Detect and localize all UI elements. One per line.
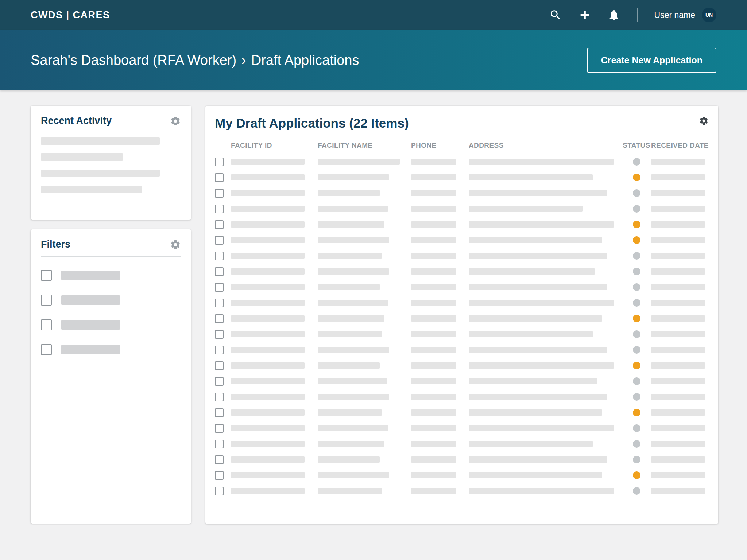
application-row[interactable] — [215, 232, 709, 248]
filter-checkbox[interactable] — [41, 270, 52, 281]
facility-name-placeholder — [318, 284, 380, 290]
received-date-placeholder — [651, 159, 705, 165]
application-row[interactable] — [215, 342, 709, 358]
row-checkbox[interactable] — [215, 314, 224, 323]
row-checkbox[interactable] — [215, 377, 224, 386]
address-placeholder — [469, 268, 595, 275]
status-dot-default — [633, 268, 640, 275]
application-row[interactable] — [215, 295, 709, 311]
facility-name-placeholder — [318, 331, 382, 337]
row-checkbox[interactable] — [215, 158, 224, 166]
row-checkbox[interactable] — [215, 471, 224, 480]
gear-icon — [170, 116, 181, 127]
filter-label-placeholder — [61, 271, 120, 280]
plus-icon — [578, 9, 591, 21]
recent-activity-title: Recent Activity — [41, 115, 112, 127]
add-button[interactable] — [578, 9, 591, 21]
user-name-label: User name — [654, 10, 695, 20]
application-row[interactable] — [215, 452, 709, 467]
application-row[interactable] — [215, 389, 709, 405]
row-checkbox[interactable] — [215, 205, 224, 213]
column-header-phone: PHONE — [411, 141, 469, 149]
user-menu[interactable]: User name UN — [654, 8, 716, 22]
row-checkbox[interactable] — [215, 455, 224, 464]
gear-icon — [170, 239, 181, 250]
application-row[interactable] — [215, 217, 709, 232]
application-row[interactable] — [215, 483, 709, 499]
facility-id-placeholder — [231, 253, 305, 259]
search-button[interactable] — [549, 9, 562, 21]
facility-id-placeholder — [231, 425, 305, 431]
application-row[interactable] — [215, 405, 709, 420]
notifications-button[interactable] — [608, 9, 620, 21]
received-date-placeholder — [651, 331, 705, 337]
create-new-application-button[interactable]: Create New Application — [587, 48, 716, 73]
application-row[interactable] — [215, 154, 709, 170]
row-checkbox[interactable] — [215, 283, 224, 292]
received-date-placeholder — [651, 206, 705, 212]
row-checkbox[interactable] — [215, 346, 224, 354]
application-row[interactable] — [215, 248, 709, 264]
row-checkbox[interactable] — [215, 299, 224, 307]
filters-settings-button[interactable] — [170, 239, 181, 250]
filter-label-placeholder — [61, 345, 120, 354]
status-dot-default — [633, 330, 640, 338]
application-row[interactable] — [215, 467, 709, 483]
address-placeholder — [469, 237, 602, 243]
row-checkbox[interactable] — [215, 361, 224, 370]
brand-logo[interactable]: CWDS | CARES — [31, 9, 110, 21]
breadcrumb-dashboard-link[interactable]: Sarah's Dashboard (RFA Worker) — [31, 52, 236, 68]
facility-name-placeholder — [318, 362, 380, 369]
status-dot-default — [633, 299, 640, 307]
address-placeholder — [469, 300, 614, 306]
row-checkbox[interactable] — [215, 393, 224, 401]
filter-item — [41, 344, 181, 355]
recent-activity-settings-button[interactable] — [170, 116, 181, 127]
filter-checkbox[interactable] — [41, 295, 52, 306]
application-row[interactable] — [215, 279, 709, 295]
recent-activity-card: Recent Activity — [31, 106, 191, 220]
application-row[interactable] — [215, 264, 709, 279]
application-row[interactable] — [215, 358, 709, 373]
filter-checkbox[interactable] — [41, 344, 52, 355]
application-row[interactable] — [215, 420, 709, 436]
status-dot-default — [633, 456, 640, 463]
application-row[interactable] — [215, 185, 709, 201]
table-settings-button[interactable] — [699, 116, 709, 126]
facility-id-placeholder — [231, 237, 305, 243]
avatar[interactable]: UN — [702, 8, 716, 22]
row-checkbox[interactable] — [215, 189, 224, 198]
top-navbar: CWDS | CARES User name UN — [0, 0, 747, 30]
address-placeholder — [469, 174, 593, 180]
row-checkbox[interactable] — [215, 236, 224, 245]
facility-name-placeholder — [318, 315, 384, 322]
facility-name-placeholder — [318, 425, 388, 431]
application-row[interactable] — [215, 311, 709, 326]
facility-name-placeholder — [318, 488, 382, 494]
application-row[interactable] — [215, 326, 709, 342]
filter-checkbox[interactable] — [41, 319, 52, 330]
address-placeholder — [469, 409, 602, 416]
application-row[interactable] — [215, 373, 709, 389]
status-dot-default — [633, 377, 640, 385]
status-dot-pending — [633, 221, 640, 228]
phone-placeholder — [411, 472, 456, 478]
address-placeholder — [469, 253, 607, 259]
facility-id-placeholder — [231, 190, 305, 196]
status-dot-default — [633, 283, 640, 291]
row-checkbox[interactable] — [215, 330, 224, 339]
row-checkbox[interactable] — [215, 173, 224, 182]
application-row[interactable] — [215, 170, 709, 185]
facility-name-placeholder — [318, 159, 400, 165]
application-row[interactable] — [215, 436, 709, 452]
phone-placeholder — [411, 409, 456, 416]
application-row[interactable] — [215, 201, 709, 217]
row-checkbox[interactable] — [215, 408, 224, 417]
row-checkbox[interactable] — [215, 440, 224, 448]
row-checkbox[interactable] — [215, 252, 224, 260]
row-checkbox[interactable] — [215, 220, 224, 229]
row-checkbox[interactable] — [215, 267, 224, 276]
row-checkbox[interactable] — [215, 424, 224, 433]
row-checkbox[interactable] — [215, 487, 224, 495]
address-placeholder — [469, 362, 614, 369]
